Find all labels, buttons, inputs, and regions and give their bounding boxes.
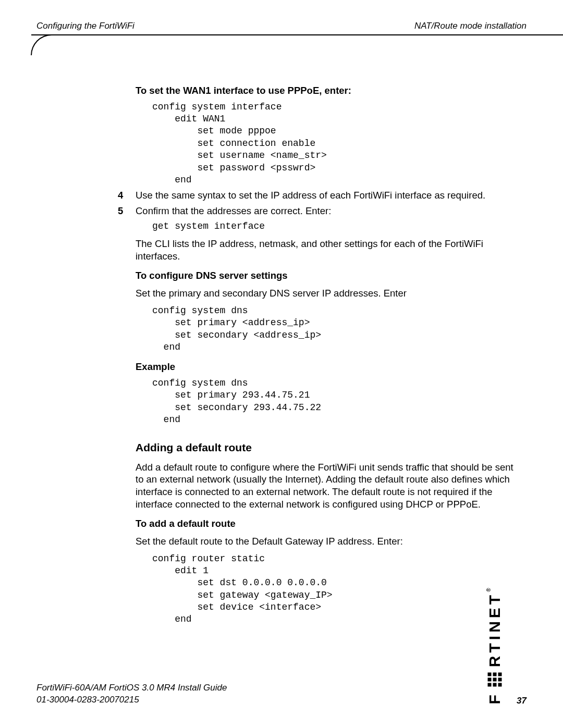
content-column: To set the WAN1 interface to use PPPoE, … <box>136 46 516 626</box>
step-number: 5 <box>118 205 136 217</box>
example-code-block: config system dns set primary 293.44.75.… <box>152 377 516 426</box>
step-5: 5 Confirm that the addresses are correct… <box>136 205 516 217</box>
step-text: Confirm that the addresses are correct. … <box>136 205 516 217</box>
brand-rest: RTINET® <box>485 588 503 667</box>
dns-heading: To configure DNS server settings <box>136 269 516 282</box>
route-title: Adding a default route <box>136 441 516 455</box>
example-heading: Example <box>136 361 516 373</box>
page: Configuring the FortiWiFi NAT/Route mode… <box>0 0 563 728</box>
footer-line2: 01-30004-0283-20070215 <box>36 694 227 706</box>
rule-line <box>31 34 532 35</box>
step-text: Use the same syntax to set the IP addres… <box>136 189 516 202</box>
rule-arc-icon <box>31 34 52 55</box>
step-4: 4 Use the same syntax to set the IP addr… <box>136 189 516 202</box>
step5-code-block: get system interface <box>152 220 516 232</box>
pppoe-heading: To set the WAN1 interface to use PPPoE, … <box>136 84 516 97</box>
header-left: Configuring the FortiWiFi <box>36 21 134 31</box>
route-text: Set the default route to the Default Gat… <box>136 535 516 548</box>
registered-icon: ® <box>485 588 491 591</box>
step-number: 4 <box>118 189 136 202</box>
pppoe-code-block: config system interface edit WAN1 set mo… <box>152 101 516 187</box>
dns-code-block: config system dns set primary <address_i… <box>152 305 516 354</box>
route-intro: Add a default route to configure where t… <box>136 461 516 511</box>
header-rule <box>31 34 532 46</box>
footer: FortiWiFi-60A/AM FortiOS 3.0 MR4 Install… <box>36 682 527 706</box>
fortinet-logo: F RTINET® <box>436 637 553 655</box>
header-right: NAT/Route mode installation <box>414 21 527 31</box>
running-header: Configuring the FortiWiFi NAT/Route mode… <box>31 21 532 33</box>
footer-line1: FortiWiFi-60A/AM FortiOS 3.0 MR4 Install… <box>36 682 227 694</box>
rule-runoff <box>532 34 563 35</box>
dns-text: Set the primary and secondary DNS server… <box>136 287 516 300</box>
route-code-block: config router static edit 1 set dst 0.0.… <box>152 553 516 626</box>
step5-after-text: The CLI lists the IP address, netmask, a… <box>136 238 516 262</box>
page-number: 37 <box>517 696 527 706</box>
footer-left: FortiWiFi-60A/AM FortiOS 3.0 MR4 Install… <box>36 682 227 706</box>
route-subheading: To add a default route <box>136 517 516 530</box>
